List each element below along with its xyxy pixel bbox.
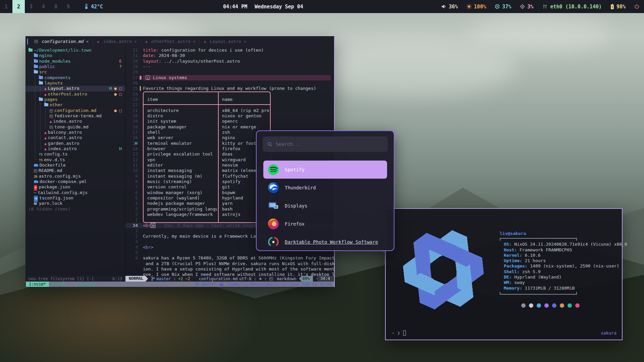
buffer-line: and a 2TB (Crucial P5 Plus) NVMe drive. … <box>125 261 334 266</box>
tree-item-index-astro[interactable]: │ └ ▲index.astroH <box>26 146 125 152</box>
module-gpu[interactable]: 3% <box>520 4 533 10</box>
tree-item-public[interactable]: public? <box>26 64 125 69</box>
module-power[interactable] <box>634 4 639 9</box>
buffer-line: ove. I use Nix when I need software with… <box>125 272 334 276</box>
tab-close-icon[interactable]: × <box>134 39 137 44</box>
line-number: 10 <box>125 168 138 173</box>
editor-tab-index-astro[interactable]: ▲index.astro× <box>93 39 141 44</box>
tree-item-balcony-astro[interactable]: │ │ ▲balcony.astro <box>26 130 125 135</box>
module-network[interactable]: eth0 (10.0.0.140) <box>542 4 602 10</box>
tree-item-pages[interactable]: │ pages <box>26 97 125 102</box>
search-input[interactable] <box>276 141 383 147</box>
tree-item-configuration-md[interactable]: │ │ │ M↓configuration.md●□ <box>26 108 125 113</box>
tree-item-index-astro[interactable]: │ │ │ ▲index.astro <box>26 119 125 124</box>
volume-icon <box>441 4 446 9</box>
module-cpu[interactable]: 37% <box>495 4 511 10</box>
tree-item-label: package.json <box>39 184 70 189</box>
yaml-value: ../../layouts/otherPost.astro <box>161 59 240 64</box>
indent-guide <box>29 168 34 173</box>
buffer-line: 30layout: ../../layouts/otherPost.astro <box>125 59 334 64</box>
git-status-markers: ●□ <box>114 108 122 113</box>
module-battery[interactable]: 98% <box>610 4 626 10</box>
file-icon: ▲ <box>44 136 47 140</box>
fetch-row-shell: Shell: zsh 5.9 <box>500 269 627 275</box>
statusline-neotree: neo-tree filesystem [1] [-] 8:13 <box>26 277 125 281</box>
shell-prompt[interactable]: ~ ❯ <box>392 330 406 336</box>
clock-module[interactable]: 04:44 PM Wednesday Sep 04 <box>223 0 303 13</box>
launcher-search[interactable] <box>263 136 388 152</box>
tree-item-yarn-lock[interactable]: yarn.lock <box>26 201 125 206</box>
tab-close-icon[interactable]: × <box>193 39 196 44</box>
launcher-item-thunderbird[interactable]: Thunderbird <box>263 179 387 197</box>
line-number: 2 <box>125 234 138 239</box>
tree-item-label: tsconfig.json <box>39 195 73 200</box>
tree-item-astro-config-mjs[interactable]: JSastro.config.mjs <box>26 174 125 179</box>
tree-item-label: README.md <box>39 168 62 173</box>
workspace-button[interactable]: 9 <box>62 0 74 13</box>
tree-item-tsconfig-json[interactable]: TStsconfig.json <box>26 195 125 201</box>
tree-item-tone-guide-md[interactable]: │ │ └ M↓tone-guide.md <box>26 124 125 130</box>
editor-tab-otherPost-astro[interactable]: ▲otherPost.astro× <box>141 39 200 44</box>
fetch-terminal-window: liv@sakura OS: NixOS 24.11.20240828.71e9… <box>385 208 623 340</box>
indent-guide: │ <box>29 80 39 85</box>
tree-item-other[interactable]: │ │ other <box>26 102 125 108</box>
launcher-item-label: Spotify <box>285 167 305 172</box>
module-volume[interactable]: 36% <box>441 4 458 10</box>
tree-item-contact-astro[interactable]: │ │ ▲contact.astro <box>26 135 125 140</box>
tree-item-nginx[interactable]: nginx <box>26 53 125 58</box>
module-brightness[interactable]: 100% <box>467 4 486 10</box>
git-status-marker: □ <box>119 92 122 97</box>
prompt-path: ~ <box>392 330 394 336</box>
tab-close-icon[interactable]: × <box>86 39 89 44</box>
tree-item-node_modules[interactable]: node_modulesE <box>26 59 125 64</box>
launcher-item-spotify[interactable]: Spotify <box>263 161 387 179</box>
workspace-button[interactable]: 4 <box>37 0 50 13</box>
launcher-item-darktable[interactable]: Darktable Photo Workflow Software <box>263 233 387 251</box>
folder-icon <box>39 76 43 79</box>
neo-tree-sidebar[interactable]: ~/Development/liv.town nginx node_module… <box>26 46 125 276</box>
tree-item---Development-liv-town[interactable]: ~/Development/liv.town <box>26 48 125 53</box>
tree-item-otherPost-astro[interactable]: │ └ ▲otherPost.astro●□ <box>26 92 125 97</box>
tmux-window-3lazygit[interactable]: 3:lazygit <box>72 282 100 287</box>
mode-indicator: NORMAL <box>125 276 148 282</box>
tree-item-label: docker-compose.yml <box>40 179 87 184</box>
workspace-switcher: 123489 <box>0 0 74 13</box>
line-number: 19 <box>125 119 138 124</box>
tree-item-garden-astro[interactable]: │ │ ▲garden.astro <box>26 141 125 146</box>
tree-item-config-ts[interactable]: │ TSconfig.ts <box>26 152 125 157</box>
paragraph-text: sakura has a Ryzen 5 7640U, 32GB of DDR5… <box>143 255 334 260</box>
markdown-table-row: window manager (xorg)bspwm <box>143 190 271 195</box>
launcher-item-displays[interactable]: Displays <box>263 197 387 215</box>
tree-item-README-md[interactable]: M↓README.md <box>26 168 125 173</box>
tree-item-label: contact.astro <box>48 135 82 140</box>
tree-item-components[interactable]: │ components <box>26 75 125 80</box>
tree-item-layouts[interactable]: │ layouts <box>26 80 125 86</box>
line-number: 11 <box>125 163 138 168</box>
editor-tab-Layout-astro[interactable]: ▲Layout.astro× <box>200 39 250 44</box>
tree-item-docker-compose-yml[interactable]: docker-compose.yml <box>26 179 125 184</box>
markdown-table-row <box>143 102 271 108</box>
tree-item-Dockerfile[interactable]: Dockerfile <box>26 163 125 168</box>
markdown-table-row: distronixos or gentoo <box>143 113 271 119</box>
tab-close-icon[interactable]: × <box>244 39 246 44</box>
workspace-button[interactable]: 3 <box>25 0 37 13</box>
tree-item-env-d-ts[interactable]: └ TSenv.d.ts <box>26 157 125 163</box>
workspace-button[interactable]: 1 <box>0 0 12 13</box>
tree-item-package-json[interactable]: npackage.json <box>26 184 125 190</box>
tmux-window-1nvim[interactable]: 1:nvim* <box>26 282 49 287</box>
tmux-window-2node[interactable]: 2:node- <box>49 282 72 287</box>
tree-item-src[interactable]: src <box>26 69 125 75</box>
launcher-item-firefox[interactable]: Firefox <box>263 215 387 233</box>
line-number: 8 <box>125 179 138 184</box>
tree-item-Layout-astro[interactable]: │ │ ▲Layout.astroH●□ <box>26 86 125 91</box>
tree-item--6-hidden-items-[interactable]: (6 hidden items) <box>26 206 125 212</box>
fetch-rows: OS: NixOS 24.11.20240828.71e91c4 (Vicuna… <box>500 242 627 291</box>
workspace-button[interactable]: 8 <box>50 0 62 13</box>
fetch-value: 1409 (nix-system), 2590 (nix-user) <box>527 263 619 268</box>
thunderbird-icon <box>267 182 279 194</box>
tree-item-tailwind-config-mjs[interactable]: ~tailwind.config.mjs <box>26 190 125 195</box>
workspace-button[interactable]: 2 <box>12 0 25 13</box>
editor-tab-configuration-md[interactable]: M↓configuration.md× <box>31 39 93 44</box>
heading-text: Linux systems <box>153 75 187 80</box>
tree-item-fediverse-terms-md[interactable]: │ │ │ M↓fediverse-terms.md <box>26 113 125 119</box>
